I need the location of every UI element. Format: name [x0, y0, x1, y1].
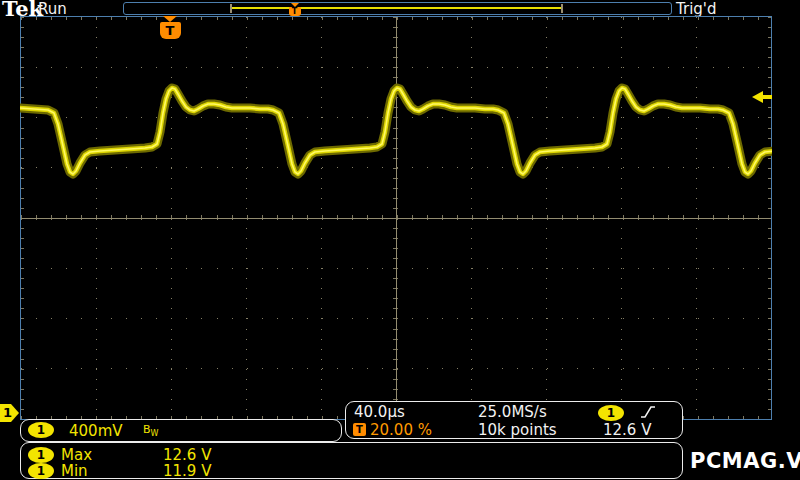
record-waveform-line — [232, 7, 562, 9]
trigger-level: 12.6 V — [603, 422, 651, 438]
channel1-badge: 1 — [28, 447, 54, 463]
trigger-t-icon: T — [353, 423, 366, 436]
trigger-position-percent: 20.00 % — [370, 422, 432, 438]
bw-sub: W — [151, 429, 159, 438]
trigger-t-icon: T — [289, 7, 301, 16]
horizontal-trigger-readout-box[interactable]: 40.0µs 25.0MS/s 1 T 20.00 % 10k points 1… — [345, 401, 683, 439]
bandwidth-limit-icon: BW — [143, 422, 158, 442]
measurement-value: 11.9 V — [163, 463, 211, 479]
trigger-position-marker[interactable]: T — [159, 16, 181, 39]
channel1-trace-glow — [20, 88, 772, 174]
record-length: 10k points — [478, 422, 557, 438]
trigger-t-icon: T — [160, 22, 181, 39]
record-view-bar: T — [123, 2, 672, 15]
trigger-source-badge: 1 — [598, 405, 624, 421]
record-bracket-left — [230, 4, 232, 13]
measurements-box[interactable]: 1 Max 12.6 V 1 Min 11.9 V — [20, 442, 683, 479]
waveform-trace — [20, 16, 772, 420]
measurement-name: Min — [61, 463, 88, 479]
record-bracket-right — [561, 4, 563, 13]
trigger-level-arrow[interactable] — [752, 91, 772, 103]
sample-rate: 25.0MS/s — [478, 404, 547, 420]
channel1-readout-box[interactable]: 1 400mV BW — [20, 419, 342, 442]
bw-main: B — [143, 423, 151, 436]
oscilloscope-screen: Tek Run Trig'd T T 1 1 — [0, 0, 800, 480]
measurement-value: 12.6 V — [163, 447, 211, 463]
channel1-badge: 1 — [28, 422, 54, 438]
record-trigger-marker[interactable]: T — [288, 3, 301, 16]
time-per-div: 40.0µs — [354, 404, 405, 420]
rising-edge-icon — [640, 405, 656, 419]
channel1-scale: 400mV — [69, 423, 123, 439]
channel1-badge: 1 — [28, 463, 54, 479]
channel1-position-marker[interactable]: 1 — [0, 404, 19, 422]
measurement-name: Max — [61, 447, 92, 463]
watermark: PCMAG.VN — [690, 449, 800, 473]
